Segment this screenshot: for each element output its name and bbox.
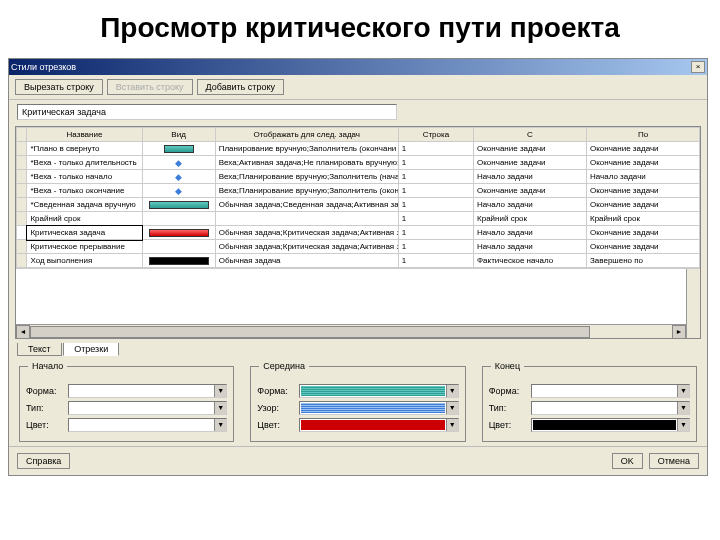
cell-show[interactable]: Веха;Активная задача;Не планировать вруч… [215,156,398,170]
row-header[interactable] [17,212,27,226]
start-color-combo[interactable]: ▼ [68,418,227,432]
cell-to[interactable]: Окончание задачи [586,142,699,156]
cell-look[interactable] [142,198,215,212]
row-header[interactable] [17,156,27,170]
item-name-input[interactable] [17,104,397,120]
styles-grid[interactable]: Название Вид Отображать для след. задач … [15,126,701,339]
table-row[interactable]: *Веха - только окончание◆Веха;Планирован… [17,184,700,198]
scroll-right-icon[interactable]: ► [672,325,686,339]
row-header[interactable] [17,142,27,156]
cell-row[interactable]: 1 [398,226,473,240]
chevron-down-icon[interactable]: ▼ [446,402,458,414]
cell-row[interactable]: 1 [398,170,473,184]
row-header[interactable] [17,240,27,254]
table-row[interactable]: Ход выполненияОбычная задача1Фактическое… [17,254,700,268]
cell-to[interactable]: Окончание задачи [586,184,699,198]
close-icon[interactable]: × [691,61,705,73]
cell-show[interactable]: Обычная задача;Критическая задача;Активн… [215,240,398,254]
cell-show[interactable]: Планирование вручную;Заполнитель (оконча… [215,142,398,156]
middle-form-combo[interactable]: ▼ [299,384,458,398]
chevron-down-icon[interactable]: ▼ [446,385,458,397]
cell-to[interactable]: Окончание задачи [586,240,699,254]
cell-name[interactable]: Критическое прерывание [27,240,142,254]
cell-name[interactable]: Критическая задача [27,226,142,240]
chevron-down-icon[interactable]: ▼ [677,419,689,431]
table-row[interactable]: *Веха - только длительность◆Веха;Активна… [17,156,700,170]
add-row-button[interactable]: Добавить строку [197,79,284,95]
cell-look[interactable] [142,142,215,156]
cell-look[interactable] [142,254,215,268]
chevron-down-icon[interactable]: ▼ [446,419,458,431]
cell-row[interactable]: 1 [398,142,473,156]
cell-look[interactable] [142,212,215,226]
cell-from[interactable]: Окончание задачи [474,156,587,170]
col-name[interactable]: Название [27,128,142,142]
cell-from[interactable]: Окончание задачи [474,142,587,156]
chevron-down-icon[interactable]: ▼ [214,402,226,414]
cell-show[interactable]: Обычная задача;Критическая задача;Активн… [215,226,398,240]
end-type-combo[interactable]: ▼ [531,401,690,415]
cell-name[interactable]: *Веха - только окончание [27,184,142,198]
cell-row[interactable]: 1 [398,212,473,226]
table-row[interactable]: *Плано в свернутоПланирование вручную;За… [17,142,700,156]
row-header[interactable] [17,226,27,240]
cell-row[interactable]: 1 [398,254,473,268]
cell-look[interactable]: ◆ [142,184,215,198]
table-row[interactable]: Критическое прерываниеОбычная задача;Кри… [17,240,700,254]
start-type-combo[interactable]: ▼ [68,401,227,415]
cell-show[interactable]: Веха;Планирование вручную;Заполнитель (н… [215,170,398,184]
middle-color-combo[interactable]: ▼ [299,418,458,432]
ok-button[interactable]: OK [612,453,643,469]
tab-bars[interactable]: Отрезки [63,343,119,356]
chevron-down-icon[interactable]: ▼ [677,402,689,414]
cell-from[interactable]: Начало задачи [474,198,587,212]
middle-pattern-combo[interactable]: ▼ [299,401,458,415]
cell-row[interactable]: 1 [398,156,473,170]
chevron-down-icon[interactable]: ▼ [214,419,226,431]
scroll-left-icon[interactable]: ◄ [16,325,30,339]
cell-from[interactable]: Начало задачи [474,170,587,184]
cell-from[interactable]: Фактическое начало [474,254,587,268]
cell-from[interactable]: Начало задачи [474,240,587,254]
horizontal-scrollbar[interactable]: ◄ ► [16,324,686,338]
cell-name[interactable]: *Веха - только длительность [27,156,142,170]
cell-show[interactable]: Веха;Планирование вручную;Заполнитель (о… [215,184,398,198]
cancel-button[interactable]: Отмена [649,453,699,469]
end-color-combo[interactable]: ▼ [531,418,690,432]
cell-name[interactable]: Крайний срок [27,212,142,226]
cell-row[interactable]: 1 [398,198,473,212]
chevron-down-icon[interactable]: ▼ [677,385,689,397]
chevron-down-icon[interactable]: ▼ [214,385,226,397]
table-row[interactable]: Крайний срок1Крайний срокКрайний срок [17,212,700,226]
cell-name[interactable]: *Плано в свернуто [27,142,142,156]
col-from[interactable]: С [474,128,587,142]
scroll-thumb[interactable] [30,326,590,338]
cell-to[interactable]: Начало задачи [586,170,699,184]
cell-show[interactable] [215,212,398,226]
col-to[interactable]: По [586,128,699,142]
help-button[interactable]: Справка [17,453,70,469]
cell-to[interactable]: Завершено по [586,254,699,268]
cell-row[interactable]: 1 [398,240,473,254]
cell-to[interactable]: Крайний срок [586,212,699,226]
cell-show[interactable]: Обычная задача;Сведенная задача;Активная… [215,198,398,212]
col-row[interactable]: Строка [398,128,473,142]
cell-to[interactable]: Окончание задачи [586,156,699,170]
cell-from[interactable]: Крайний срок [474,212,587,226]
table-row[interactable]: Критическая задачаОбычная задача;Критиче… [17,226,700,240]
start-form-combo[interactable]: ▼ [68,384,227,398]
cell-look[interactable] [142,226,215,240]
cell-name[interactable]: *Веха - только начало [27,170,142,184]
col-show[interactable]: Отображать для след. задач [215,128,398,142]
end-form-combo[interactable]: ▼ [531,384,690,398]
cell-name[interactable]: *Сведенная задача вручную [27,198,142,212]
cell-show[interactable]: Обычная задача [215,254,398,268]
cell-to[interactable]: Окончание задачи [586,198,699,212]
cell-from[interactable]: Окончание задачи [474,184,587,198]
cell-look[interactable] [142,240,215,254]
vertical-scrollbar[interactable] [686,269,700,338]
row-header[interactable] [17,170,27,184]
row-header[interactable] [17,198,27,212]
cell-from[interactable]: Начало задачи [474,226,587,240]
cell-look[interactable]: ◆ [142,170,215,184]
